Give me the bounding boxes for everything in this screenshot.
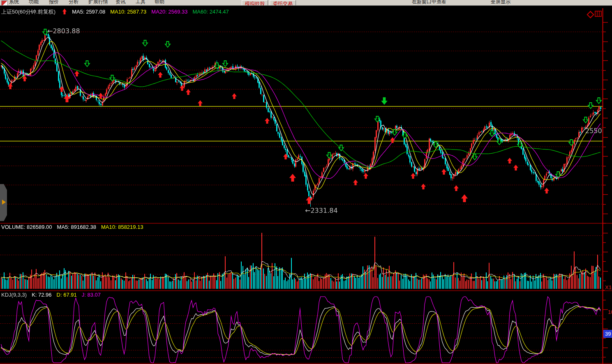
kdj-current-value-badge: 39 xyxy=(603,330,612,338)
kdj-axis-top-label: 100 xyxy=(608,309,612,315)
menu-link-open-in-window[interactable]: 在新窗口中查看 xyxy=(412,0,446,5)
menu-button-order-trading[interactable]: 委托交易 xyxy=(270,0,296,6)
main-chart-header: 上证50(60分钟.前复权)MA5: 2597.08MA10: 2587.73M… xyxy=(1,8,234,16)
chart-title: 上证50(60分钟.前复权) xyxy=(1,9,55,15)
low-annotation: ←2331.84 xyxy=(305,207,338,214)
ma20-value: MA20: 2569.33 xyxy=(151,9,187,15)
menu-item-help[interactable]: 帮助 xyxy=(155,0,164,5)
volume-value: VOLUME: 826589.00 xyxy=(1,224,52,230)
kdj-title: KDJ(9,3,3) xyxy=(1,292,27,298)
stock-app-window: { "menubar": { "items": ["系统", "功能", "报价… xyxy=(0,0,612,364)
expand-arrow-icon xyxy=(2,200,6,205)
ma5-value: MA5: 2597.08 xyxy=(72,9,105,15)
menu-item-analysis[interactable]: 分析 xyxy=(69,0,79,5)
volume-panel-header: VOLUME: 826589.00MA5: 891682.38MA10: 858… xyxy=(1,224,148,230)
menu-item-quotes[interactable]: 报价 xyxy=(49,0,59,5)
menu-link-fullscreen[interactable]: 全屏显示 xyxy=(491,0,510,5)
price-line-label: 2550 xyxy=(585,127,602,135)
kdj-j-value: J: 83.07 xyxy=(82,292,101,298)
menu-item-extended-quotes[interactable]: 扩展行情 xyxy=(88,0,108,5)
menu-item-tools[interactable]: 工具 xyxy=(136,0,145,5)
menu-item-system[interactable]: 系统 xyxy=(9,0,19,5)
volume-ma5-value: MA5: 891682.38 xyxy=(57,224,96,230)
menu-item-news[interactable]: 资讯 xyxy=(115,0,125,5)
up-arrow-icon xyxy=(62,8,67,16)
menu-button-sim-trading[interactable]: 模拟炒股 xyxy=(242,0,268,6)
menu-item-function[interactable]: 功能 xyxy=(29,0,39,5)
split-window-icon[interactable] xyxy=(595,11,602,19)
chart-canvas[interactable] xyxy=(0,0,612,364)
kdj-panel-header: KDJ(9,3,3)K: 72.96D: 67.91J: 83.07 xyxy=(1,292,106,298)
kdj-d-value: D: 67.91 xyxy=(57,292,77,298)
volume-unit-label: X10000 xyxy=(605,284,612,290)
sidebar-expand-handle[interactable] xyxy=(0,184,7,221)
high-annotation: ←2803.88 xyxy=(47,27,80,35)
menu-bar: 系统 功能 报价 分析 扩展行情 资讯 工具 帮助 模拟炒股 委托交易 在新窗口… xyxy=(0,0,612,6)
volume-ma10-value: MA10: 858219.13 xyxy=(101,224,143,230)
kdj-k-value: K: 72.96 xyxy=(32,292,51,298)
ma10-value: MA10: 2587.73 xyxy=(110,9,146,15)
ma60-value: MA60: 2474.47 xyxy=(193,9,229,15)
app-logo-icon[interactable] xyxy=(1,0,8,6)
